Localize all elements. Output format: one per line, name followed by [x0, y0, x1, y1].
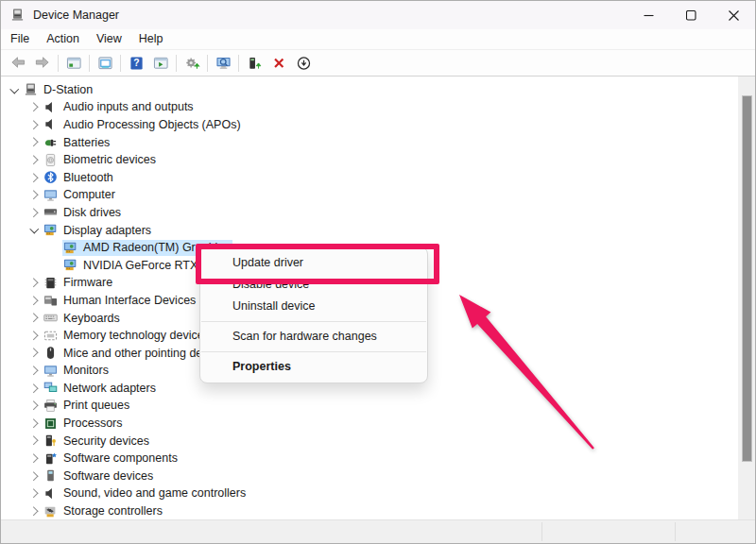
tree-item-audio-processing-objects-apos[interactable]: Audio Processing Objects (APOs)	[1, 116, 738, 134]
bluetooth-icon	[43, 170, 58, 184]
chevron-glyph	[29, 436, 38, 445]
chevron-right-icon[interactable]	[26, 187, 43, 202]
chevron-right-icon[interactable]	[26, 363, 43, 378]
chevron-right-icon[interactable]	[26, 503, 43, 518]
tree-item-sound-video-and-game-controllers[interactable]: Sound, video and game controllers	[1, 484, 738, 502]
toolbar: ?	[1, 50, 755, 76]
export-list-button[interactable]	[148, 52, 173, 75]
close-button[interactable]	[713, 1, 755, 29]
chevron-glyph	[29, 454, 38, 463]
chevron-glyph	[29, 471, 38, 480]
svg-text:?: ?	[133, 58, 139, 68]
tree-item-audio-inputs-and-outputs[interactable]: Audio inputs and outputs	[1, 98, 738, 116]
chevron-right-icon[interactable]	[26, 398, 43, 413]
tree-item-body: Display adapters	[43, 222, 154, 238]
help-button[interactable]: ?	[124, 52, 148, 75]
menu-item-properties[interactable]: Properties	[200, 356, 427, 378]
chevron-right-icon[interactable]	[26, 205, 43, 220]
chevron-down-icon[interactable]	[7, 82, 23, 97]
chevron-right-icon[interactable]	[26, 293, 43, 308]
tree-item-processors[interactable]: Processors	[1, 415, 738, 433]
arrow-annotation	[431, 284, 625, 464]
scan-hardware-button[interactable]	[211, 52, 235, 75]
tree-item-biometric-devices[interactable]: Biometric devices	[1, 151, 738, 169]
menu-item-scan-for-hardware-changes[interactable]: Scan for hardware changes	[200, 326, 427, 348]
properties-window-button[interactable]	[93, 52, 117, 75]
tree-item-print-queues[interactable]: Print queues	[1, 397, 738, 415]
status-bar-divider	[541, 522, 542, 541]
uninstall-device-button[interactable]	[266, 52, 291, 75]
chevron-glyph	[29, 296, 38, 304]
chevron-right-icon[interactable]	[26, 485, 43, 501]
tree-item-label: Audio Processing Objects (APOs)	[63, 118, 241, 131]
menu-help[interactable]: Help	[130, 29, 172, 49]
tree-item-body: Biometric devices	[43, 152, 159, 168]
tree-item-body: Human Interface Devices	[43, 292, 198, 308]
menu-item-uninstall-device[interactable]: Uninstall device	[200, 296, 427, 317]
tree-item-label: Monitors	[63, 364, 109, 377]
tree-item-label: D-Station	[43, 83, 93, 96]
tree-item-disk-drives[interactable]: Disk drives	[1, 204, 738, 222]
vertical-scrollbar[interactable]	[738, 76, 755, 522]
chevron-glyph	[29, 314, 38, 322]
chevron-right-icon[interactable]	[26, 117, 43, 132]
update-driver-gear-button[interactable]	[180, 52, 204, 75]
chevron-right-icon[interactable]	[26, 346, 43, 361]
scrollbar-thumb[interactable]	[742, 95, 752, 462]
tree-item-software-components[interactable]: Software components	[1, 450, 738, 468]
device-manager-window: Device Manager FileActionViewHelp ? D-St…	[0, 0, 756, 544]
chevron-right-icon[interactable]	[26, 468, 43, 484]
tree-item-body: Monitors	[43, 363, 112, 379]
status-bar-divider	[675, 522, 676, 541]
software-device-icon	[43, 468, 58, 483]
storage-icon	[43, 504, 58, 518]
tree-item-body: Computer	[43, 187, 118, 203]
chevron-right-icon[interactable]	[26, 434, 43, 449]
menu-view[interactable]: View	[88, 29, 130, 49]
chevron-right-icon[interactable]	[26, 152, 43, 167]
chevron-right-icon[interactable]	[26, 275, 43, 290]
minimize-icon	[644, 10, 654, 21]
network-icon	[43, 381, 58, 395]
tree-item-storage-controllers[interactable]: Storage controllers	[1, 502, 738, 520]
tree-item-body: Software components	[43, 450, 180, 467]
toolbar-separator	[176, 55, 177, 72]
chevron-right-icon[interactable]	[26, 99, 43, 114]
console-tree-button[interactable]	[61, 52, 86, 75]
tree-item-display-adapters[interactable]: Display adapters	[1, 221, 738, 239]
back-button[interactable]	[6, 52, 30, 75]
chevron-right-icon[interactable]	[26, 416, 43, 431]
speaker-icon	[43, 117, 58, 131]
chevron-right-icon[interactable]	[26, 381, 43, 396]
chevron-right-icon[interactable]	[26, 311, 43, 326]
disable-device-button[interactable]	[291, 52, 316, 75]
forward-icon	[34, 55, 51, 71]
tree-item-computer[interactable]: Computer	[1, 186, 738, 204]
tree-item-security-devices[interactable]: Security devices	[1, 432, 738, 450]
chevron-glyph	[29, 489, 38, 498]
tree-item-software-devices[interactable]: Software devices	[1, 468, 738, 485]
chevron-glyph	[29, 191, 38, 199]
chevron-right-icon[interactable]	[26, 135, 43, 150]
menu-action[interactable]: Action	[38, 29, 88, 49]
chevron-glyph	[10, 84, 19, 93]
chevron-right-icon[interactable]	[26, 170, 43, 185]
minimize-button[interactable]	[627, 1, 670, 29]
chevron-down-icon[interactable]	[26, 223, 43, 238]
maximize-button[interactable]	[670, 1, 713, 29]
forward-button[interactable]	[30, 52, 55, 75]
menu-file[interactable]: File	[2, 29, 38, 49]
tree-item-label: Biometric devices	[63, 153, 156, 166]
uninstall-device-icon	[271, 56, 286, 70]
battery-icon	[43, 135, 58, 149]
tree-item-body: Processors	[43, 416, 126, 432]
chevron-right-icon[interactable]	[26, 328, 43, 343]
monitor-icon	[43, 364, 58, 378]
tree-item-d-station[interactable]: D-Station	[1, 81, 738, 99]
chevron-right-icon[interactable]	[26, 450, 43, 466]
title-bar: Device Manager	[1, 1, 755, 29]
update-device-button[interactable]	[242, 52, 266, 75]
tree-item-bluetooth[interactable]: Bluetooth	[1, 168, 738, 186]
chevron-spacer	[46, 258, 62, 273]
tree-item-batteries[interactable]: Batteries	[1, 133, 738, 151]
